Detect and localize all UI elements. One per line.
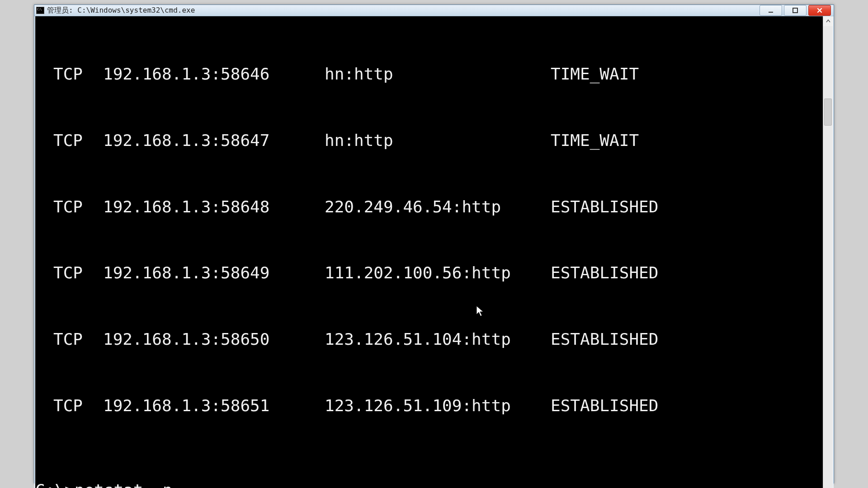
- vscroll-thumb[interactable]: [824, 99, 832, 126]
- cmd-icon: [36, 7, 44, 14]
- col-remote: 123.126.51.104:http: [325, 328, 551, 351]
- netstat-row: TCP192.168.1.3:58647hn:httpTIME_WAIT: [35, 130, 823, 152]
- col-proto: TCP: [35, 130, 103, 152]
- col-proto: TCP: [35, 262, 103, 284]
- command-input[interactable]: netstat -n: [75, 481, 173, 488]
- netstat-row: TCP192.168.1.3:58650123.126.51.104:httpE…: [35, 328, 823, 351]
- col-local: 192.168.1.3:58646: [103, 63, 325, 85]
- mouse-cursor-icon: [476, 305, 484, 317]
- col-local: 192.168.1.3:58647: [103, 130, 325, 152]
- cmd-window: 管理员: C:\Windows\system32\cmd.exe TCP192.…: [34, 5, 834, 483]
- window-content: TCP192.168.1.3:58646hn:httpTIME_WAIT TCP…: [34, 16, 834, 488]
- svg-rect-0: [769, 12, 773, 13]
- vscroll-track[interactable]: [823, 26, 833, 488]
- titlebar[interactable]: 管理员: C:\Windows\system32\cmd.exe: [34, 5, 834, 16]
- netstat-row: TCP192.168.1.3:58651123.126.51.109:httpE…: [35, 395, 823, 417]
- scroll-up-button[interactable]: [823, 16, 833, 26]
- minimize-icon: [768, 7, 774, 14]
- col-proto: TCP: [35, 395, 103, 417]
- prompt-line: C:\>netstat -n: [35, 479, 823, 488]
- window-title: 管理员: C:\Windows\system32\cmd.exe: [47, 6, 760, 15]
- window-controls: [760, 5, 831, 16]
- vertical-scrollbar[interactable]: [823, 16, 833, 488]
- maximize-icon: [792, 7, 798, 14]
- terminal-wrap: TCP192.168.1.3:58646hn:httpTIME_WAIT TCP…: [35, 16, 833, 488]
- col-state: ESTABLISHED: [551, 262, 823, 284]
- close-button[interactable]: [808, 5, 831, 16]
- col-local: 192.168.1.3:58648: [103, 196, 325, 218]
- col-proto: TCP: [35, 328, 103, 351]
- minimize-button[interactable]: [760, 5, 782, 16]
- terminal-output[interactable]: TCP192.168.1.3:58646hn:httpTIME_WAIT TCP…: [35, 16, 823, 488]
- col-local: 192.168.1.3:58651: [103, 395, 325, 417]
- col-remote: 123.126.51.109:http: [325, 395, 551, 417]
- maximize-button[interactable]: [784, 5, 807, 16]
- close-icon: [816, 7, 823, 14]
- col-state: TIME_WAIT: [551, 130, 823, 152]
- col-remote: 111.202.100.56:http: [325, 262, 551, 284]
- col-state: ESTABLISHED: [551, 328, 823, 351]
- col-proto: TCP: [35, 196, 103, 218]
- netstat-row: TCP192.168.1.3:58649111.202.100.56:httpE…: [35, 262, 823, 284]
- col-remote: hn:http: [325, 130, 551, 152]
- col-state: ESTABLISHED: [551, 395, 823, 417]
- prompt: C:\>: [35, 481, 75, 488]
- netstat-row: TCP192.168.1.3:58646hn:httpTIME_WAIT: [35, 63, 823, 85]
- chevron-up-icon: [826, 19, 830, 23]
- col-local: 192.168.1.3:58649: [103, 262, 325, 284]
- col-remote: hn:http: [325, 63, 551, 85]
- svg-rect-1: [793, 8, 797, 13]
- col-local: 192.168.1.3:58650: [103, 328, 325, 351]
- col-state: ESTABLISHED: [551, 196, 823, 218]
- col-proto: TCP: [35, 63, 103, 85]
- col-state: TIME_WAIT: [551, 63, 823, 85]
- col-remote: 220.249.46.54:http: [325, 196, 551, 218]
- netstat-row: TCP192.168.1.3:58648220.249.46.54:httpES…: [35, 196, 823, 218]
